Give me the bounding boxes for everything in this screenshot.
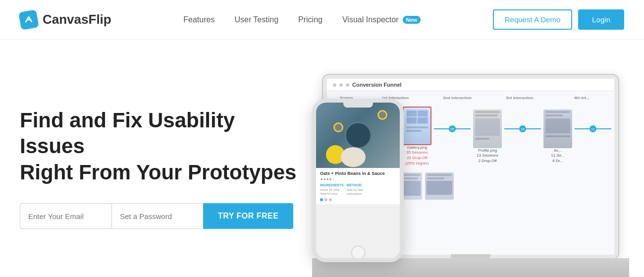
- screen-stats-3: 13 Sessions 2 Drop-Off: [477, 153, 498, 164]
- screen-thumb-2: [403, 107, 431, 145]
- password-input[interactable]: [111, 203, 203, 229]
- nav-user-testing[interactable]: User Testing: [234, 15, 278, 24]
- phone-recipe-cols: INGREDIENTS Active 25 minsTotal 50 mins …: [320, 183, 396, 196]
- funnel-dot-3: [346, 83, 349, 87]
- phone-screen: Oats + Pinto Beans in & Sauce ★★★★☆ INGR…: [316, 103, 400, 258]
- phone-home-button: [351, 245, 366, 260]
- hotspot-1: [377, 110, 387, 120]
- login-button[interactable]: Login: [578, 9, 624, 30]
- phone-body: Oats + Pinto Beans in & Sauce ★★★★☆ INGR…: [312, 99, 404, 262]
- phone-dot-3: [329, 198, 332, 201]
- hero-left: Find and Fix Usability Issues Right From…: [20, 103, 297, 229]
- phone-dot-2: [324, 198, 327, 201]
- phone-ingredients-col: INGREDIENTS Active 25 minsTotal 50 mins: [320, 183, 344, 196]
- funnel-col-header-2nd: 2nd Interaction: [427, 94, 488, 102]
- nav-visual-inspector-wrap: Visual Inspector New: [342, 15, 421, 24]
- phone-recipe-title: Oats + Pinto Beans in & Sauce: [320, 171, 396, 176]
- main-nav: Features User Testing Pricing Visual Ins…: [183, 15, 421, 24]
- bowl-decoration: [344, 121, 372, 149]
- hero-title: Find and Fix Usability Issues Right From…: [20, 108, 297, 186]
- phone-notch: [343, 103, 373, 108]
- funnel-dot-2: [339, 83, 343, 87]
- connector-line-3b: [526, 128, 541, 129]
- connector-circle-3: 16: [519, 125, 526, 132]
- screen-label-2: Gallery.png: [407, 145, 427, 150]
- phone-dot-1: [320, 198, 323, 201]
- logo-area: CanvasFlip: [20, 11, 111, 29]
- nav-visual-inspector[interactable]: Visual Inspector: [342, 15, 399, 24]
- screen-label-4: Ac...: [554, 148, 562, 153]
- funnel-title: Conversion Funnel: [352, 82, 402, 88]
- new-badge: New: [403, 16, 421, 24]
- phone-method-label: METHOD: [347, 183, 363, 187]
- hero-form: TRY FOR FREE: [20, 203, 297, 229]
- phone-pagination-dots: [320, 198, 396, 201]
- plate-decoration: [341, 147, 366, 167]
- connector-line-2b: [456, 128, 471, 129]
- screen-thumb-4: [543, 110, 572, 148]
- request-demo-button[interactable]: Request A Demo: [493, 9, 573, 30]
- try-free-button[interactable]: TRY FOR FREE: [203, 203, 293, 229]
- phone-method-text: Step by stepinstructions: [347, 188, 363, 196]
- funnel-col-header-4th: 4th Int...: [551, 94, 613, 102]
- phone-mockup: Oats + Pinto Beans in & Sauce ★★★★☆ INGR…: [312, 99, 404, 262]
- phone-content: Oats + Pinto Beans in & Sauce ★★★★☆ INGR…: [316, 168, 400, 204]
- connector-line-2: [434, 128, 449, 129]
- connector-line-4b: [596, 128, 611, 129]
- logo-icon: [18, 9, 39, 30]
- header-buttons: Request A Demo Login: [493, 9, 624, 30]
- screen-thumb-3: [473, 110, 502, 148]
- screen-stats-2: 35 Sessions 22 Drop-Off (25% Higher): [405, 150, 429, 166]
- connector-circle-2: 35: [449, 125, 456, 132]
- logo-text: CanvasFlip: [43, 12, 111, 27]
- phone-food-image: [316, 103, 400, 168]
- nav-pricing[interactable]: Pricing: [298, 15, 322, 24]
- screen-stats-4: 11 Se... 6 Dr...: [551, 153, 565, 164]
- phone-ingredients-text: Active 25 minsTotal 50 mins: [320, 188, 344, 196]
- laptop-notch: [451, 254, 490, 258]
- phone-ingredients-label: INGREDIENTS: [320, 183, 344, 187]
- funnel-header: Conversion Funnel: [327, 79, 614, 91]
- email-input[interactable]: [20, 203, 111, 229]
- hero-right: Conversion Funnel Screen 1st Interaction…: [297, 55, 624, 277]
- nav-features[interactable]: Features: [183, 15, 215, 24]
- funnel-dot-1: [333, 83, 336, 87]
- connector-circle-4: 11: [590, 125, 596, 132]
- screen-label-3: Profile.png: [478, 148, 497, 153]
- connector-line-4: [575, 128, 590, 129]
- funnel-col-header-3rd: 3rd Interaction: [489, 94, 550, 102]
- connector-line-3: [504, 128, 519, 129]
- hotspot-2: [333, 122, 343, 132]
- phone-method-col: METHOD Step by stepinstructions: [347, 183, 363, 196]
- hero-section: Find and Fix Usability Issues Right From…: [0, 40, 644, 277]
- phone-recipe-sub: ★★★★☆: [320, 177, 396, 181]
- header: CanvasFlip Features User Testing Pricing…: [0, 0, 644, 40]
